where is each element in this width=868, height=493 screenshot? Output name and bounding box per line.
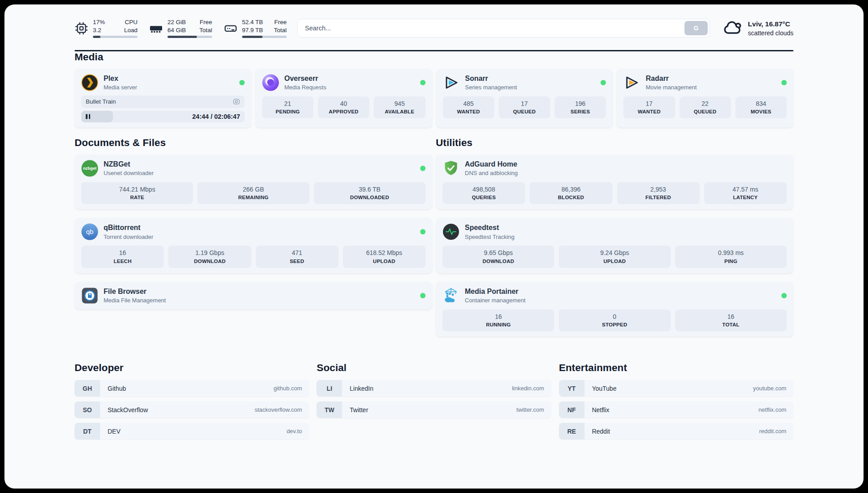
playback-progress-row: 24:44 / 02:06:47: [81, 111, 245, 122]
service-card-header: Media PortainerContainer management: [442, 287, 787, 304]
dashboard-page: 17%CPU3.2Load22 GiBFree64 GiBTotal52.4 T…: [4, 4, 864, 489]
system-widgets: 17%CPU3.2Load22 GiBFree64 GiBTotal52.4 T…: [75, 18, 287, 38]
stat-running: 16RUNNING: [442, 309, 554, 332]
bookmark-netflix[interactable]: NFNetflixnetflix.com: [559, 401, 793, 418]
bookmark-name: LinkedIn: [350, 385, 373, 392]
service-card-header: AdGuard HomeDNS and adblocking: [442, 160, 787, 177]
system-progress-fill: [242, 36, 263, 38]
stat-value: 471: [258, 249, 337, 257]
stat-label: LATENCY: [706, 195, 785, 200]
stat-value: 9.24 Gbps: [560, 249, 668, 257]
service-card-qbittorrent[interactable]: qbqBittorrentTorrent downloader16LEECH1.…: [75, 218, 432, 273]
stat-label: SEED: [258, 259, 337, 264]
stat-filtered: 2,953FILTERED: [617, 182, 700, 205]
weather-location-temp: Lviv, 16.87°C: [748, 20, 793, 28]
service-name: File Browser: [104, 287, 166, 296]
bookmark-linkedin[interactable]: LILinkedInlinkedin.com: [317, 380, 551, 397]
service-stats: 485WANTED17QUEUED196SERIES: [443, 96, 606, 119]
service-card-adguard-home[interactable]: AdGuard HomeDNS and adblocking498,508QUE…: [436, 155, 793, 210]
now-playing-row: Bullet Train: [81, 96, 245, 108]
service-description: Movie management: [646, 84, 697, 91]
service-stats: 16LEECH1.19 GbpsDOWNLOAD471SEED618.52 Mb…: [81, 246, 426, 268]
stat-seed: 471SEED: [256, 246, 338, 268]
service-card-radarr[interactable]: RadarrMovie management17WANTED22QUEUED83…: [617, 69, 793, 128]
service-name: NZBGet: [104, 160, 154, 168]
system-label: Free: [200, 18, 212, 26]
service-stats: 16RUNNING0STOPPED16TOTAL: [442, 309, 787, 332]
service-name: Radarr: [646, 74, 697, 83]
system-progress-track: [167, 36, 212, 38]
stat-queued: 22QUEUED: [680, 96, 731, 119]
status-online-dot: [420, 229, 426, 234]
system-progress-track: [93, 36, 138, 38]
bookmark-name: Github: [108, 385, 126, 392]
bookmark-group-social: SocialLILinkedInlinkedin.comTWTwittertwi…: [317, 362, 551, 423]
bookmark-name: StackOverflow: [108, 406, 148, 414]
bookmark-url: youtube.com: [753, 385, 786, 392]
status-online-dot: [420, 293, 426, 298]
service-description: Series management: [465, 84, 517, 91]
system-progress-fill: [93, 36, 100, 38]
svg-text:qb: qb: [86, 228, 94, 235]
svg-text:nzbget: nzbget: [83, 166, 96, 171]
stat-value: 498,508: [444, 186, 523, 194]
system-widget-row: 17%CPU: [93, 18, 138, 26]
bookmark-abbr: NF: [559, 401, 584, 418]
service-card-plex[interactable]: PlexMedia serverBullet Train24:44 / 02:0…: [75, 69, 251, 128]
system-widget-text: 52.4 TBFree97.9 TBTotal: [242, 18, 287, 38]
stat-value: 16: [83, 249, 162, 257]
service-name: Speedtest: [465, 223, 514, 232]
stat-value: 9.65 Gbps: [444, 249, 552, 257]
service-card-media-portainer[interactable]: Media PortainerContainer management16RUN…: [436, 282, 793, 337]
stat-value: 1.19 Gbps: [170, 249, 249, 257]
search-engine-button[interactable]: G: [684, 21, 708, 35]
service-description: Media File Management: [104, 297, 166, 304]
bookmark-url: github.com: [274, 385, 302, 392]
bookmark-group-title: Developer: [75, 362, 309, 374]
bookmark-abbr: YT: [559, 380, 584, 397]
stat-label: SERIES: [556, 109, 604, 114]
service-card-header: RadarrMovie management: [623, 74, 787, 91]
camera-icon: [233, 98, 240, 105]
bookmark-dev[interactable]: DTDEVdev.to: [75, 423, 309, 439]
stat-label: QUEUED: [501, 109, 548, 114]
bookmark-youtube[interactable]: YTYouTubeyoutube.com: [559, 380, 793, 397]
status-online-dot: [420, 80, 426, 85]
disk-icon: [224, 21, 238, 35]
service-card-speedtest[interactable]: SpeedtestSpeedtest Tracking9.65 GbpsDOWN…: [436, 218, 793, 273]
search-input[interactable]: [297, 19, 710, 38]
pause-icon: [86, 114, 90, 119]
status-online-dot: [781, 80, 787, 85]
stat-value: 744.21 Mbps: [83, 186, 191, 194]
bookmark-twitter[interactable]: TWTwittertwitter.com: [317, 401, 551, 418]
system-progress-track: [242, 36, 287, 38]
stat-label: QUEUED: [681, 109, 729, 114]
stat-label: FILTERED: [619, 195, 698, 200]
bookmark-reddit[interactable]: RERedditreddit.com: [559, 423, 793, 439]
bookmark-url: reddit.com: [759, 428, 786, 435]
service-name: Overseerr: [284, 74, 326, 83]
stat-label: TOTAL: [677, 322, 785, 327]
system-widget-text: 17%CPU3.2Load: [93, 18, 138, 38]
service-card-overseerr[interactable]: OverseerrMedia Requests21PENDING40APPROV…: [255, 69, 432, 128]
bookmark-github[interactable]: GHGithubgithub.com: [75, 380, 309, 397]
stat-movies: 834MOVIES: [735, 96, 787, 119]
bookmark-stackoverflow[interactable]: SOStackOverflowstackoverflow.com: [75, 401, 309, 418]
service-titles: File BrowserMedia File Management: [104, 287, 166, 304]
stat-value: 86,396: [531, 186, 610, 194]
stat-queued: 17QUEUED: [499, 96, 550, 119]
service-titles: SonarrSeries management: [465, 74, 517, 91]
stat-download: 9.65 GbpsDOWNLOAD: [442, 246, 554, 268]
service-description: Media Requests: [284, 84, 326, 91]
status-online-dot: [781, 293, 787, 298]
service-card-file-browser[interactable]: File BrowserMedia File Management: [75, 282, 432, 309]
stat-label: DOWNLOADED: [316, 195, 424, 200]
stat-pending: 21PENDING: [262, 96, 313, 119]
ram-icon: [149, 21, 163, 35]
service-card-sonarr[interactable]: SonarrSeries management485WANTED17QUEUED…: [436, 69, 613, 128]
stat-value: 40: [320, 100, 367, 108]
system-label: Total: [274, 26, 287, 34]
system-widget-cpu: 17%CPU3.2Load: [75, 18, 138, 38]
service-card-nzbget[interactable]: nzbgetNZBGetUsenet downloader744.21 Mbps…: [75, 155, 432, 210]
stat-value: 16: [677, 313, 785, 321]
